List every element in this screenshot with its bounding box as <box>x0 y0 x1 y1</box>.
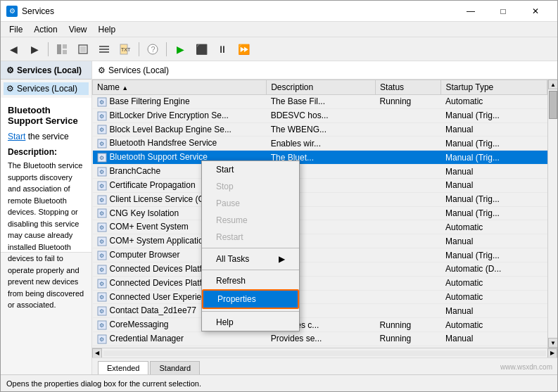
scroll-right-arrow[interactable]: ▶ <box>547 348 557 358</box>
menu-file[interactable]: File <box>4 23 28 36</box>
table-row[interactable]: ⚙BitLocker Drive Encryption Se... BDESVC… <box>93 108 547 122</box>
cell-status <box>376 151 441 165</box>
table-row[interactable]: ⚙Base Filtering Engine The Base Fil... R… <box>93 95 547 109</box>
menu-bar: File Action View Help <box>1 22 557 37</box>
cell-name: ⚙Credential Manager <box>93 332 267 346</box>
scroll-thumb[interactable] <box>549 91 557 119</box>
context-menu-item-ctx-restart: Restart <box>202 229 299 246</box>
svg-text:⚙: ⚙ <box>99 225 104 231</box>
table-row[interactable]: ⚙Contact Data_2d1ee77 Manual <box>93 304 547 318</box>
cell-startup: Automatic (D... <box>441 262 547 276</box>
restart-service-button[interactable]: ⏩ <box>234 40 253 58</box>
scroll-up-arrow[interactable]: ▲ <box>548 80 557 89</box>
table-row[interactable]: ⚙BranchCache Manual <box>93 165 547 179</box>
context-menu-item-ctx-properties[interactable]: Properties <box>202 289 299 309</box>
ctx-label: All Tasks <box>216 254 249 264</box>
toolbar-separator-2 <box>139 42 139 56</box>
cell-startup: Manual (Trig... <box>441 137 547 151</box>
context-menu-item-ctx-refresh[interactable]: Refresh <box>202 272 299 289</box>
menu-help[interactable]: Help <box>93 23 122 36</box>
context-menu-item-ctx-alltasks[interactable]: All Tasks▶ <box>202 251 299 267</box>
context-menu-item-ctx-stop: Stop <box>202 178 299 195</box>
svg-text:⚙: ⚙ <box>99 197 104 203</box>
tab-standard[interactable]: Standard <box>150 361 200 374</box>
svg-text:⚙: ⚙ <box>99 308 104 315</box>
menu-action[interactable]: Action <box>28 23 63 36</box>
table-row[interactable]: ⚙Cryptographic Services Provides thr... … <box>93 346 547 348</box>
maximize-button[interactable]: □ <box>487 1 519 22</box>
svg-text:⚙: ⚙ <box>99 113 104 120</box>
svg-text:⚙: ⚙ <box>99 322 104 329</box>
table-row[interactable]: ⚙Connected Devices Platform... Automatic… <box>93 262 547 276</box>
table-row[interactable]: ⚙Bluetooth Support Service The Bluet... … <box>93 151 547 165</box>
table-row[interactable]: ⚙Connected Devices Platform... Automatic <box>93 276 547 290</box>
back-button[interactable]: ◀ <box>4 40 23 58</box>
svg-text:TXT: TXT <box>121 47 131 52</box>
cell-startup: Manual <box>441 304 547 318</box>
menu-view[interactable]: View <box>63 23 93 36</box>
svg-text:⚙: ⚙ <box>99 210 104 217</box>
cell-status: Running <box>376 332 441 346</box>
table-row[interactable]: ⚙CoreMessaging Manages c... Running Auto… <box>93 318 547 332</box>
service-link-suffix: the service <box>25 132 68 141</box>
cell-status <box>376 137 441 151</box>
table-row[interactable]: ⚙Client License Service (ClipSV... Manua… <box>93 192 547 206</box>
start-service-link[interactable]: Start <box>8 132 25 141</box>
sidebar-tree: ⚙ Services (Local) <box>1 80 91 98</box>
svg-text:⚙: ⚙ <box>99 336 104 343</box>
svg-text:?: ? <box>151 45 156 53</box>
scroll-down-arrow[interactable]: ▼ <box>548 338 557 348</box>
stop-service-button[interactable]: ⬛ <box>191 40 211 58</box>
cell-name: ⚙Block Level Backup Engine Se... <box>93 122 267 137</box>
cell-startup: Manual <box>441 165 547 179</box>
app-icon: ⚙ <box>6 6 18 17</box>
table-row[interactable]: ⚙Computer Browser Manual (Trig... <box>93 248 547 263</box>
service-info-panel: Bluetooth Support Service Start the serv… <box>1 98 91 253</box>
right-panel: ⚙ Services (Local) Name ▲ Des <box>92 61 557 374</box>
toolbar: ◀ ▶ TXT ? ▶ ⬛ ⏸ ⏩ <box>1 37 557 61</box>
close-button[interactable]: ✕ <box>519 1 552 22</box>
show-console-tree-button[interactable] <box>52 40 72 58</box>
svg-text:⚙: ⚙ <box>99 183 104 189</box>
minimize-button[interactable]: — <box>455 1 487 22</box>
up-button[interactable] <box>73 40 93 58</box>
table-row[interactable]: ⚙Bluetooth Handsfree Service Enables wir… <box>93 137 547 151</box>
forward-button[interactable]: ▶ <box>25 40 44 58</box>
table-row[interactable]: ⚙CNG Key Isolation Manual (Trig... <box>93 206 547 220</box>
table-row[interactable]: ⚙COM+ Event System Automatic <box>93 220 547 234</box>
cell-status <box>376 108 441 122</box>
svg-text:⚙: ⚙ <box>99 169 104 175</box>
toolbar-separator-1 <box>48 42 49 56</box>
cell-status <box>376 290 441 304</box>
svg-text:⚙: ⚙ <box>99 294 104 301</box>
col-header-startup[interactable]: Startup Type <box>441 80 547 95</box>
export-button[interactable]: TXT <box>115 40 135 58</box>
table-row[interactable]: ⚙COM+ System Application Manual <box>93 234 547 248</box>
show-hide-button[interactable] <box>94 40 114 58</box>
table-row[interactable]: ⚙Credential Manager Provides se... Runni… <box>93 332 547 346</box>
window-title: Services <box>22 6 455 16</box>
context-menu-item-ctx-help[interactable]: Help <box>202 314 299 331</box>
vertical-scrollbar[interactable]: ▲ ▼ <box>547 80 557 348</box>
horizontal-scrollbar[interactable]: ◀ ▶ <box>92 348 557 358</box>
table-row[interactable]: ⚙Block Level Backup Engine Se... The WBE… <box>93 122 547 137</box>
breadcrumb-bar: ⚙ Services (Local) <box>92 61 557 80</box>
col-header-name[interactable]: Name ▲ <box>93 80 267 95</box>
context-menu-item-ctx-start[interactable]: Start <box>202 161 299 178</box>
table-row[interactable]: ⚙Certificate Propagation Manual <box>93 178 547 192</box>
sidebar-item-services-local[interactable]: ⚙ Services (Local) <box>4 82 89 95</box>
tab-extended[interactable]: Extended <box>98 361 148 374</box>
status-text: Opens the properties dialog box for the … <box>6 379 201 388</box>
pause-service-button[interactable]: ⏸ <box>213 40 232 58</box>
scroll-left-arrow[interactable]: ◀ <box>92 348 102 358</box>
help-button[interactable]: ? <box>143 40 163 58</box>
table-row[interactable]: ⚙Connected User Experiences ... Automati… <box>93 290 547 304</box>
context-menu-separator <box>202 311 299 312</box>
svg-rect-1 <box>63 44 67 49</box>
start-service-button[interactable]: ▶ <box>170 40 190 58</box>
cell-startup: Automatic <box>441 290 547 304</box>
sidebar-header-text: Services (Local) <box>17 65 82 75</box>
col-header-description[interactable]: Description <box>267 80 376 95</box>
context-menu-item-ctx-resume: Resume <box>202 212 299 229</box>
col-header-status[interactable]: Status <box>376 80 441 95</box>
